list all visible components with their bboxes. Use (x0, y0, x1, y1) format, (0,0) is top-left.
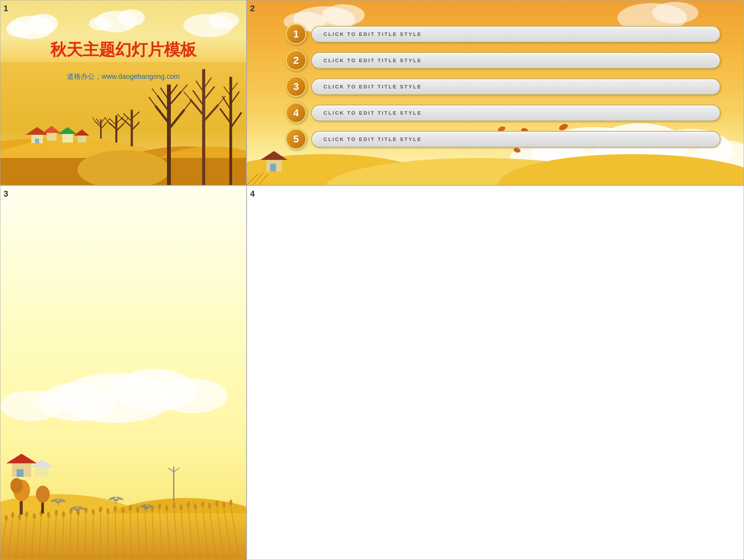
svg-point-5 (89, 17, 112, 31)
agenda-badge-1: 1 (286, 24, 306, 44)
agenda-label-4[interactable]: CLICK TO EDIT TITLE STYLE (311, 105, 720, 121)
slide-3[interactable]: 3 (0, 185, 247, 560)
svg-rect-87 (270, 164, 276, 171)
agenda-label-3[interactable]: CLICK TO EDIT TITLE STYLE (311, 78, 720, 95)
svg-rect-175 (35, 467, 49, 477)
svg-line-26 (101, 122, 107, 129)
svg-rect-22 (78, 136, 86, 143)
slide2-agenda-list: 1 CLICK TO EDIT TITLE STYLE 2 CLICK TO E… (286, 24, 720, 149)
slide-2-number: 2 (250, 3, 255, 14)
slide-2[interactable]: 2 1 CLICK TO EDIT TITLE STYLE 2 CLICK TO… (247, 0, 744, 185)
agenda-label-2[interactable]: CLICK TO EDIT TITLE STYLE (311, 52, 720, 69)
agenda-badge-4: 4 (286, 102, 306, 123)
slide1-subtitle[interactable]: 道格办公，www.daogebangong.com (0, 72, 246, 81)
svg-point-200 (10, 478, 23, 494)
svg-line-35 (116, 117, 123, 123)
svg-line-53 (152, 88, 157, 95)
agenda-item-5[interactable]: 5 CLICK TO EDIT TITLE STYLE (286, 129, 720, 149)
svg-rect-174 (17, 469, 24, 477)
agenda-badge-2: 2 (286, 50, 306, 71)
slide-grid: 1 秋天主题幻灯片模板 道格办公，www.daogebangong.com (0, 0, 744, 560)
svg-point-202 (36, 486, 50, 503)
svg-line-54 (181, 85, 187, 92)
svg-marker-86 (260, 151, 288, 160)
svg-rect-17 (35, 139, 39, 143)
slide1-title[interactable]: 秋天主题幻灯片模板 (0, 39, 246, 61)
svg-line-120 (93, 515, 93, 560)
svg-rect-18 (47, 133, 56, 141)
svg-marker-19 (42, 126, 60, 133)
svg-point-4 (118, 9, 145, 26)
svg-line-43 (117, 114, 122, 119)
agenda-label-1[interactable]: CLICK TO EDIT TITLE STYLE (311, 26, 720, 42)
svg-line-65 (220, 109, 231, 123)
svg-marker-23 (74, 129, 89, 136)
svg-line-33 (116, 123, 124, 131)
svg-line-59 (204, 87, 215, 100)
svg-line-62 (184, 92, 190, 99)
slide-1[interactable]: 1 秋天主题幻灯片模板 道格办公，www.daogebangong.com (0, 0, 247, 185)
svg-point-2 (6, 22, 33, 37)
svg-point-103 (158, 378, 228, 413)
svg-line-52 (184, 101, 191, 110)
svg-line-122 (108, 514, 108, 560)
agenda-badge-3: 3 (286, 76, 306, 97)
agenda-item-3[interactable]: 3 CLICK TO EDIT TITLE STYLE (286, 76, 720, 97)
slide1-houses (24, 108, 140, 154)
svg-line-66 (231, 112, 242, 128)
svg-line-51 (149, 97, 155, 106)
agenda-item-1[interactable]: 1 CLICK TO EDIT TITLE STYLE (286, 24, 720, 44)
svg-rect-203 (41, 502, 44, 513)
slide3-scene (0, 186, 246, 560)
svg-line-57 (204, 105, 218, 121)
svg-point-72 (322, 4, 365, 26)
slide-4-number: 4 (250, 189, 255, 199)
slide-3-number: 3 (3, 189, 8, 199)
svg-line-29 (92, 117, 95, 121)
slide-1-number: 1 (3, 3, 8, 14)
svg-point-7 (208, 12, 239, 29)
agenda-label-5[interactable]: CLICK TO EDIT TITLE STYLE (311, 131, 720, 148)
agenda-item-2[interactable]: 2 CLICK TO EDIT TITLE STYLE (286, 50, 720, 71)
svg-rect-201 (20, 501, 23, 514)
svg-marker-21 (58, 127, 77, 134)
svg-line-46 (169, 110, 184, 129)
slide1-trees-right (138, 46, 246, 185)
slide-4: 4 (247, 185, 744, 560)
svg-point-75 (652, 2, 698, 24)
svg-line-32 (109, 122, 116, 129)
svg-rect-20 (62, 134, 73, 143)
svg-line-36 (105, 117, 109, 122)
svg-line-56 (190, 99, 204, 115)
agenda-item-4[interactable]: 4 CLICK TO EDIT TITLE STYLE (286, 102, 720, 123)
agenda-badge-5: 5 (286, 129, 306, 149)
svg-point-104 (0, 390, 62, 421)
